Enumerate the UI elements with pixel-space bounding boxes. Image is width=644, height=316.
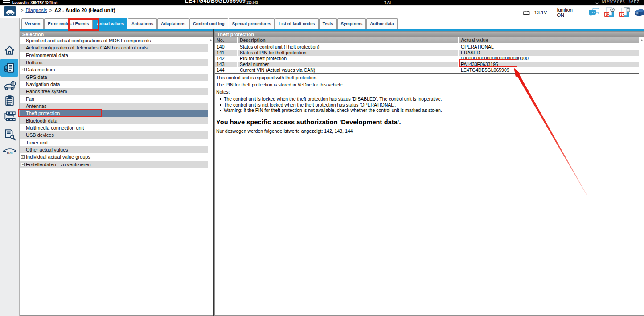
selection-item[interactable]: Multimedia connection unit (20, 124, 208, 131)
selection-item[interactable]: +Individual actual value groups (20, 153, 208, 160)
tab-tests[interactable]: Tests (319, 18, 337, 29)
sidebar-item-vehicle-faults[interactable] (0, 78, 19, 93)
car-warning-icon (3, 80, 16, 91)
selection-list: Specified and actual configurations of M… (20, 37, 208, 168)
sidebar: XRD (0, 18, 20, 316)
sidebar-item-actual-values-list[interactable] (0, 94, 19, 108)
list-clipboard-icon (4, 94, 16, 107)
selection-item[interactable]: Antennas (20, 103, 208, 110)
selection-item[interactable]: Actual configuration of Telematics CAN b… (20, 44, 208, 51)
page-title: A2 - Audio 20 (Head unit) (54, 8, 115, 13)
tab-actuations[interactable]: Actuations (128, 18, 157, 29)
selection-scrollbar[interactable] (208, 37, 213, 168)
pdf-printer-icon (619, 7, 630, 18)
table-row[interactable]: 140 Status of control unit (Theft protec… (215, 44, 639, 50)
home-icon (4, 45, 16, 57)
selection-panel-header: Selection (20, 32, 213, 37)
selection-item-theft-protection[interactable]: Theft protection (20, 110, 208, 117)
info-line: This control unit is equipped with theft… (216, 75, 635, 80)
xentry-window: Logged in: XENTRY (Offline) LE4TG4DB5GL0… (0, 0, 644, 316)
pdf-clock-icon (603, 7, 615, 18)
note-item: The control unit is locked when the thef… (219, 96, 635, 102)
t-scope-label: T: All (384, 1, 391, 4)
selection-panel: Selection Specified and actual configura… (20, 31, 213, 316)
actual-values-table: 140 Status of control unit (Theft protec… (215, 44, 639, 73)
sidebar-item-xrd[interactable]: XRD (0, 144, 19, 157)
battery-icon (523, 10, 530, 15)
column-actual-value: Actual value (459, 37, 639, 43)
detail-panel: Theft protection No. Description Actual … (214, 31, 644, 316)
sidebar-item-diagnosis[interactable] (0, 59, 18, 77)
selection-item[interactable]: Buttons (20, 59, 208, 66)
table-row[interactable]: 142 PIN for theft protection 00000000000… (215, 56, 639, 62)
status-cluster: 13.1V Ignition ON (523, 7, 644, 18)
breadcrumb-separator: > (21, 8, 23, 13)
notes-list: The control unit is locked when the thef… (219, 96, 635, 113)
tab-control-unit-log[interactable]: Control unit log (189, 18, 228, 29)
network-modules-icon (3, 110, 16, 123)
mercedes-star-icon (595, 0, 599, 4)
note-item: The control unit is not locked when the … (219, 102, 635, 108)
tab-author-data[interactable]: Author data (366, 18, 397, 29)
table-scrollbar[interactable] (639, 37, 644, 73)
table-bottom-border (215, 73, 639, 74)
selection-item[interactable]: Bluetooth data (20, 117, 208, 124)
book-icon (634, 8, 644, 17)
breadcrumb: > Diagnosis > A2 - Audio 20 (Head unit) (21, 8, 115, 13)
selection-item[interactable]: USB devices (20, 131, 208, 139)
selection-item[interactable]: Navigation data (20, 81, 208, 88)
tab-special-procedures[interactable]: Special procedures (229, 18, 275, 29)
selection-item[interactable]: +Data medium (20, 66, 208, 73)
sidebar-item-home[interactable] (0, 43, 19, 58)
expand-icon[interactable]: + (21, 68, 25, 71)
selection-item[interactable]: Tuner unit (20, 139, 208, 146)
ignition-status: Ignition ON (557, 7, 577, 18)
tab-actual-values[interactable]: Actual values (93, 18, 127, 29)
sidebar-item-initial-startup[interactable] (0, 127, 19, 144)
selection-item[interactable]: Fan (20, 95, 208, 103)
tab-version[interactable]: Version (21, 18, 44, 29)
logged-in-label: Logged in: XENTRY (Offline) (12, 0, 57, 4)
scroll-up-icon[interactable] (209, 39, 212, 41)
quotation-history-button[interactable] (603, 7, 615, 18)
selection-item[interactable]: Hands-free system (20, 88, 208, 95)
expand-icon[interactable]: + (21, 163, 25, 166)
tab-symptoms[interactable]: Symptoms (337, 18, 366, 29)
breadcrumb-diagnosis-link[interactable]: Diagnosis (25, 8, 47, 13)
xrd-label: XRD (7, 152, 13, 155)
documentation-button[interactable] (634, 7, 644, 18)
chat-bubbles-icon (588, 8, 600, 17)
version-label: 156.943 (246, 1, 258, 4)
vin-label: LE4TG4DB5GL065909 (185, 0, 246, 4)
table-header: No. Description Actual value (215, 37, 639, 43)
print-quotation-button[interactable] (619, 7, 630, 18)
note-item: Warning: If the PIN for theft protection… (219, 107, 635, 113)
tab-error-codes[interactable]: Error codes / Events (44, 18, 92, 29)
expand-icon[interactable]: + (21, 155, 25, 159)
selection-item[interactable]: Specified and actual configurations of M… (20, 37, 208, 44)
selection-item[interactable]: Other actual values (20, 146, 208, 153)
breadcrumb-separator: > (49, 8, 52, 13)
notes-label: Notes: (216, 90, 635, 94)
info-text-block: This control unit is equipped with theft… (216, 75, 635, 134)
sidebar-item-control-unit-network[interactable] (0, 109, 19, 125)
document-wrench-icon (3, 128, 16, 142)
access-authorization-note: Nur deswegen werden folgende Istwerte an… (216, 128, 635, 134)
table-row-serial-number[interactable]: 143 Serial number PA1433F0633195 (215, 62, 639, 67)
tab-adaptations[interactable]: Adaptations (157, 18, 189, 29)
table-row[interactable]: 141 Status of PIN for theft protection E… (215, 50, 639, 56)
access-authorization-heading: You have specific access authorization '… (216, 119, 635, 126)
table-row[interactable]: 144 Current VIN (Actual values via CAN) … (215, 67, 639, 73)
messages-button[interactable] (588, 7, 600, 18)
menu-icon[interactable] (3, 0, 10, 4)
selection-item[interactable]: +Erstellerdaten - zu verifizieren (20, 161, 208, 168)
vehicle-button[interactable] (4, 6, 16, 16)
car-icon (5, 8, 16, 15)
tab-bar: Version Error codes / Events Actual valu… (21, 18, 398, 29)
tab-list-of-fault-codes[interactable]: List of fault codes (275, 18, 318, 29)
top-status-bar: Logged in: XENTRY (Offline) LE4TG4DB5GL0… (0, 0, 644, 6)
scroll-up-icon[interactable] (640, 39, 643, 41)
selection-item[interactable]: GPS data (20, 74, 208, 81)
info-line: The PIN for theft protection is stored i… (216, 82, 635, 87)
selection-item[interactable]: Environmental data (20, 52, 208, 59)
